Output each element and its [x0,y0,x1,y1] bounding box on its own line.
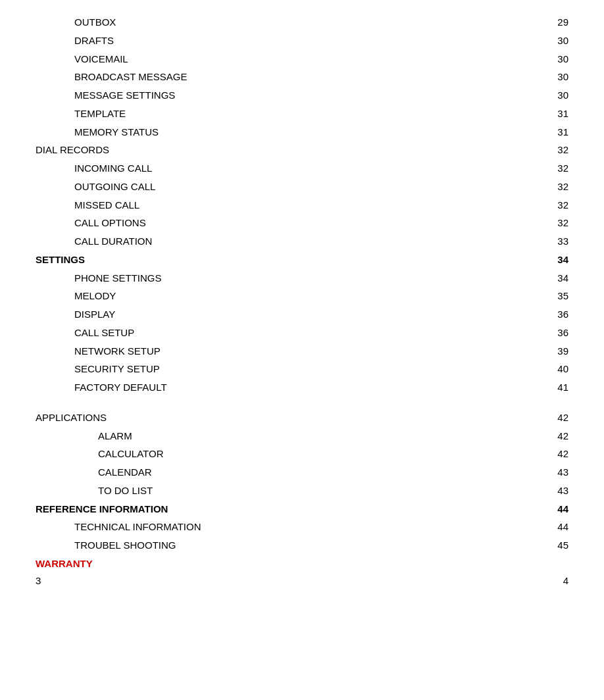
entry-text-29: TROUBEL SHOOTING [74,536,542,555]
entry-text-13: SETTINGS [36,251,542,269]
entry-text-17: CALL SETUP [74,324,542,342]
entry-text-12: CALL DURATION [74,232,542,251]
toc-entry-25: CALENDAR43 [36,463,568,482]
entry-page-3: 30 [542,68,568,86]
entry-text-14: PHONE SETTINGS [74,269,542,288]
entry-page-6: 31 [542,123,568,141]
toc-entry-23: ALARM42 [36,427,568,445]
entry-text-6: MEMORY STATUS [74,123,542,141]
entry-text-8: INCOMING CALL [74,159,542,178]
entry-text-10: MISSED CALL [74,196,542,214]
entry-page-20: 41 [542,378,568,397]
toc-entry-6: MEMORY STATUS31 [36,123,568,141]
entry-text-7: DIAL RECORDS [36,141,542,159]
spacer-21 [36,397,568,409]
toc-entry-14: PHONE SETTINGS34 [36,269,568,288]
toc-entry-24: CALCULATOR42 [36,445,568,463]
toc-entry-26: TO DO LIST43 [36,482,568,500]
toc-entry-27: REFERENCE INFORMATION44 [36,500,568,518]
toc-entry-28: TECHNICAL INFORMATION44 [36,518,568,536]
toc-entry-4: MESSAGE SETTINGS30 [36,86,568,105]
toc-entry-20: FACTORY DEFAULT41 [36,378,568,397]
toc-entry-29: TROUBEL SHOOTING45 [36,536,568,555]
entry-text-15: MELODY [74,287,542,305]
entry-page-14: 34 [542,269,568,288]
toc-entry-30: WARRANTY [36,555,568,573]
entry-text-25: CALENDAR [98,463,542,482]
entry-text-26: TO DO LIST [98,482,542,500]
entry-text-0: OUTBOX [74,13,542,32]
toc-entry-16: DISPLAY36 [36,305,568,324]
entry-page-4: 30 [542,86,568,105]
toc-entry-22: APPLICATIONS42 [36,409,568,427]
entry-page-15: 35 [542,287,568,305]
entry-page-17: 36 [542,324,568,342]
entry-page-5: 31 [542,105,568,123]
toc-entry-11: CALL OPTIONS32 [36,214,568,232]
toc-entry-7: DIAL RECORDS32 [36,141,568,159]
entry-text-5: TEMPLATE [74,105,542,123]
entry-text-3: BROADCAST MESSAGE [74,68,542,86]
entry-page-24: 42 [542,445,568,463]
entry-page-25: 43 [542,463,568,482]
toc-list: OUTBOX29DRAFTS30VOICEMAIL30BROADCAST MES… [36,13,568,573]
entry-text-16: DISPLAY [74,305,542,324]
toc-entry-9: OUTGOING CALL32 [36,178,568,196]
page-container: OUTBOX29DRAFTS30VOICEMAIL30BROADCAST MES… [0,0,604,599]
entry-page-7: 32 [542,141,568,159]
entry-text-30: WARRANTY [36,555,542,573]
toc-entry-19: SECURITY SETUP40 [36,360,568,378]
entry-page-28: 44 [542,518,568,536]
toc-entry-8: INCOMING CALL32 [36,159,568,178]
entry-page-16: 36 [542,305,568,324]
entry-text-9: OUTGOING CALL [74,178,542,196]
toc-entry-15: MELODY35 [36,287,568,305]
entry-text-4: MESSAGE SETTINGS [74,86,542,105]
entry-page-8: 32 [542,159,568,178]
entry-text-2: VOICEMAIL [74,50,542,68]
entry-page-0: 29 [542,13,568,32]
toc-entry-5: TEMPLATE31 [36,105,568,123]
entry-text-28: TECHNICAL INFORMATION [74,518,542,536]
entry-page-9: 32 [542,178,568,196]
entry-page-2: 30 [542,50,568,68]
entry-text-20: FACTORY DEFAULT [74,378,542,397]
toc-entry-13: SETTINGS34 [36,251,568,269]
entry-page-10: 32 [542,196,568,214]
entry-text-27: REFERENCE INFORMATION [36,500,542,518]
entry-page-29: 45 [542,536,568,555]
entry-text-19: SECURITY SETUP [74,360,542,378]
entry-text-23: ALARM [98,427,542,445]
toc-entry-3: BROADCAST MESSAGE30 [36,68,568,86]
entry-page-19: 40 [542,360,568,378]
entry-text-22: APPLICATIONS [36,409,542,427]
toc-entry-12: CALL DURATION33 [36,232,568,251]
entry-text-1: DRAFTS [74,32,542,50]
entry-text-11: CALL OPTIONS [74,214,542,232]
entry-page-22: 42 [542,409,568,427]
entry-page-23: 42 [542,427,568,445]
toc-entry-2: VOICEMAIL30 [36,50,568,68]
entry-page-18: 39 [542,342,568,361]
toc-entry-10: MISSED CALL32 [36,196,568,214]
entry-page-1: 30 [542,32,568,50]
entry-page-26: 43 [542,482,568,500]
toc-entry-1: DRAFTS30 [36,32,568,50]
entry-page-27: 44 [542,500,568,518]
toc-entry-0: OUTBOX29 [36,13,568,32]
entry-text-24: CALCULATOR [98,445,542,463]
entry-text-18: NETWORK SETUP [74,342,542,361]
entry-page-13: 34 [542,251,568,269]
toc-entry-17: CALL SETUP36 [36,324,568,342]
entry-page-11: 32 [542,214,568,232]
footer-page-right: 4 [563,575,568,586]
entry-page-12: 33 [542,232,568,251]
footer-page-left: 3 [36,575,41,586]
toc-entry-18: NETWORK SETUP39 [36,342,568,361]
